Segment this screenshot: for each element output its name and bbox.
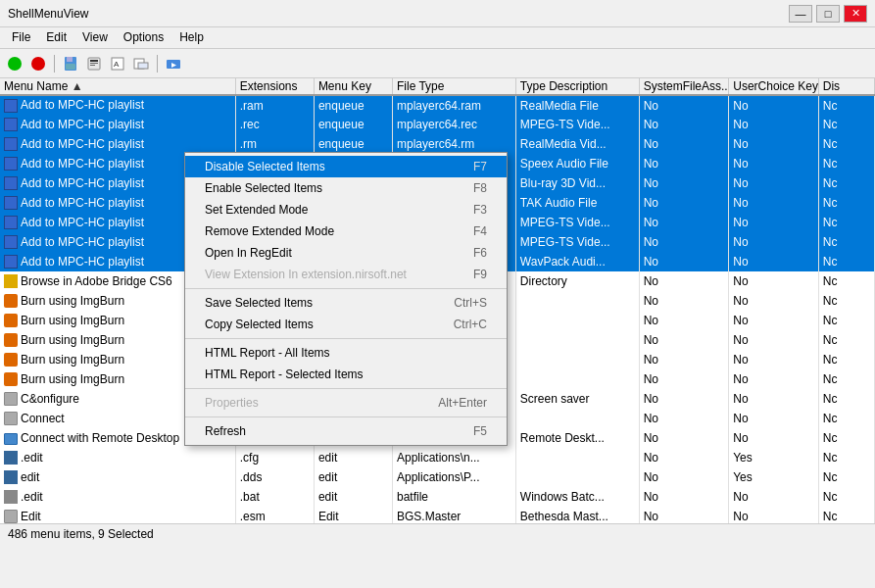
menu-view[interactable]: View [74,29,116,46]
col-header-sysfile[interactable]: SystemFileAss... [639,78,729,95]
title-bar: ShellMenuView — □ ✕ [0,0,875,27]
maximize-button[interactable]: □ [816,5,840,23]
toolbar-btn2[interactable]: A [107,53,128,74]
toolbar-btn1[interactable] [83,53,105,74]
table-cell: No [639,291,729,311]
table-cell: No [639,389,729,409]
menu-file[interactable]: File [4,29,38,46]
table-cell: .ram [235,95,314,115]
table-row[interactable]: edit.ddseditApplications\P...NoYesNc [0,467,875,487]
context-menu-item[interactable]: Disable Selected ItemsF7 [185,156,507,177]
table-cell: No [729,252,819,271]
toolbar-btn3[interactable] [130,53,152,74]
menu-help[interactable]: Help [171,29,212,46]
table-cell: No [639,448,729,467]
table-cell: No [639,154,729,173]
table-row[interactable]: Add to MPC-HC playlist.rmenqueuemplayerc… [0,134,875,154]
ctx-item-label: Disable Selected Items [205,160,325,173]
table-cell: No [639,95,729,115]
toolbar-save[interactable] [60,53,81,74]
table-cell: .edit [0,487,235,507]
table-cell: Yes [729,467,819,487]
menu-edit[interactable]: Edit [38,29,74,46]
context-menu-item[interactable]: Remove Extended ModeF4 [185,220,507,242]
table-cell: No [729,330,819,350]
table-cell [515,330,639,350]
status-bar: 486 menu items, 9 Selected [0,523,875,545]
table-cell: No [729,409,819,428]
context-menu-item: View Extension In extension.nirsoft.netF… [185,264,507,285]
svg-rect-4 [90,60,98,62]
context-menu-item[interactable]: HTML Report - All Items [185,342,507,364]
table-cell: Add to MPC-HC playlist [0,95,235,115]
table-cell [515,369,639,389]
table-row[interactable]: Add to MPC-HC playlist.ramenqueuemplayer… [0,95,875,115]
minimize-button[interactable]: — [789,5,812,23]
table-cell: batfile [392,487,515,507]
context-menu-separator [185,288,507,289]
status-text: 486 menu items, 9 Selected [8,527,154,541]
table-cell: No [639,213,729,232]
table-row[interactable]: .edit.cfgeditApplications\n...NoYesNc [0,448,875,467]
context-menu-item[interactable]: Copy Selected ItemsCtrl+C [185,314,507,335]
toolbar-green-dot[interactable] [4,53,25,74]
ctx-item-shortcut: Ctrl+C [454,318,487,331]
table-cell: edit [314,467,392,487]
context-menu-item[interactable]: Set Extended ModeF3 [185,199,507,220]
col-header-ext[interactable]: Extensions [235,78,314,95]
ctx-item-label: HTML Report - All Items [205,346,330,360]
table-cell: Nc [818,350,874,369]
col-header-typedesc[interactable]: Type Description [515,78,639,95]
table-cell: No [729,271,819,291]
context-menu: Disable Selected ItemsF7Enable Selected … [184,152,508,446]
table-cell: No [729,213,819,232]
toolbar-btn4[interactable] [163,53,184,74]
table-cell: No [639,467,729,487]
table-row[interactable]: Add to MPC-HC playlist.recenqueuemplayer… [0,115,875,134]
col-header-menukey[interactable]: Menu Key [314,78,392,95]
ctx-item-shortcut: Ctrl+S [454,296,487,310]
col-header-filetype[interactable]: File Type [392,78,515,95]
table-cell: WavPack Audi... [515,252,639,271]
table-cell: No [729,291,819,311]
table-cell: No [729,134,819,154]
menu-options[interactable]: Options [116,29,171,46]
table-cell [515,467,639,487]
table-cell [515,448,639,467]
context-menu-item[interactable]: HTML Report - Selected Items [185,364,507,385]
table-cell: Speex Audio File [515,154,639,173]
table-cell: Directory [515,271,639,291]
ctx-item-label: Properties [205,396,259,410]
ctx-item-label: Set Extended Mode [205,203,308,217]
ctx-item-label: Copy Selected Items [205,318,314,331]
svg-rect-6 [90,65,95,66]
context-menu-separator [185,338,507,339]
ctx-item-shortcut: F8 [473,181,487,195]
ctx-item-shortcut: Alt+Enter [438,396,487,410]
close-button[interactable]: ✕ [844,5,867,23]
context-menu-item[interactable]: Save Selected ItemsCtrl+S [185,292,507,314]
col-header-name[interactable]: Menu Name ▲ [0,78,235,95]
table-cell: No [729,428,819,448]
toolbar-red-dot[interactable] [27,53,49,74]
ctx-item-label: HTML Report - Selected Items [205,368,364,381]
ctx-item-label: Enable Selected Items [205,181,322,195]
table-cell: enqueue [314,115,392,134]
context-menu-item[interactable]: Open In RegEditF6 [185,242,507,264]
table-cell: edit [314,487,392,507]
table-cell: Nc [818,173,874,193]
table-row[interactable]: .edit.bateditbatfileWindows Batc...NoNoN… [0,487,875,507]
table-cell: Nc [818,291,874,311]
table-cell [515,291,639,311]
title-text: ShellMenuView [8,7,89,21]
table-cell: TAK Audio File [515,193,639,213]
context-menu-item[interactable]: RefreshF5 [185,420,507,442]
table-cell: .edit [0,448,235,467]
table-cell: Nc [818,213,874,232]
table-cell [515,350,639,369]
col-header-userchoice[interactable]: UserChoice Key [729,78,819,95]
toolbar-sep1 [54,55,55,73]
context-menu-item[interactable]: Enable Selected ItemsF8 [185,177,507,199]
col-header-dis[interactable]: Dis [818,78,874,95]
table-cell: No [639,369,729,389]
